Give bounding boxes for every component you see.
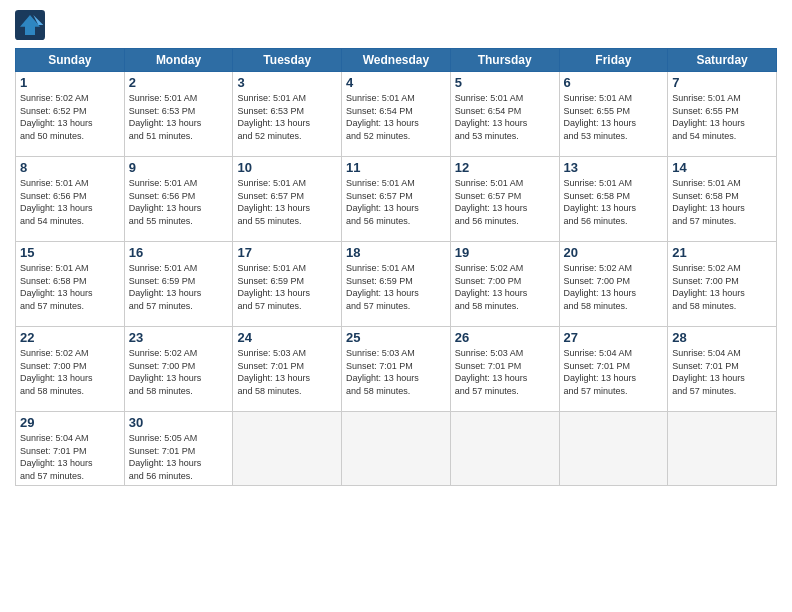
table-cell: 4Sunrise: 5:01 AM Sunset: 6:54 PM Daylig…: [342, 72, 451, 157]
page-container: Sunday Monday Tuesday Wednesday Thursday…: [0, 0, 792, 612]
logo-icon: [15, 10, 45, 40]
table-cell: 23Sunrise: 5:02 AM Sunset: 7:00 PM Dayli…: [124, 327, 233, 412]
table-cell: 10Sunrise: 5:01 AM Sunset: 6:57 PM Dayli…: [233, 157, 342, 242]
day-number: 23: [129, 330, 229, 345]
table-cell: [342, 412, 451, 486]
table-cell: 25Sunrise: 5:03 AM Sunset: 7:01 PM Dayli…: [342, 327, 451, 412]
table-cell: 15Sunrise: 5:01 AM Sunset: 6:58 PM Dayli…: [16, 242, 125, 327]
table-cell: 22Sunrise: 5:02 AM Sunset: 7:00 PM Dayli…: [16, 327, 125, 412]
table-cell: 1Sunrise: 5:02 AM Sunset: 6:52 PM Daylig…: [16, 72, 125, 157]
table-cell: [450, 412, 559, 486]
table-cell: 2Sunrise: 5:01 AM Sunset: 6:53 PM Daylig…: [124, 72, 233, 157]
day-info: Sunrise: 5:01 AM Sunset: 6:55 PM Dayligh…: [564, 92, 664, 142]
table-cell: 29Sunrise: 5:04 AM Sunset: 7:01 PM Dayli…: [16, 412, 125, 486]
day-info: Sunrise: 5:03 AM Sunset: 7:01 PM Dayligh…: [346, 347, 446, 397]
day-number: 26: [455, 330, 555, 345]
day-info: Sunrise: 5:02 AM Sunset: 7:00 PM Dayligh…: [672, 262, 772, 312]
day-number: 27: [564, 330, 664, 345]
col-sunday: Sunday: [16, 49, 125, 72]
day-info: Sunrise: 5:02 AM Sunset: 6:52 PM Dayligh…: [20, 92, 120, 142]
day-info: Sunrise: 5:04 AM Sunset: 7:01 PM Dayligh…: [564, 347, 664, 397]
day-info: Sunrise: 5:01 AM Sunset: 6:59 PM Dayligh…: [129, 262, 229, 312]
table-cell: 8Sunrise: 5:01 AM Sunset: 6:56 PM Daylig…: [16, 157, 125, 242]
day-info: Sunrise: 5:02 AM Sunset: 7:00 PM Dayligh…: [129, 347, 229, 397]
table-cell: 17Sunrise: 5:01 AM Sunset: 6:59 PM Dayli…: [233, 242, 342, 327]
table-cell: 6Sunrise: 5:01 AM Sunset: 6:55 PM Daylig…: [559, 72, 668, 157]
day-number: 10: [237, 160, 337, 175]
logo: [15, 10, 49, 40]
day-number: 12: [455, 160, 555, 175]
table-cell: [559, 412, 668, 486]
table-cell: 5Sunrise: 5:01 AM Sunset: 6:54 PM Daylig…: [450, 72, 559, 157]
day-number: 8: [20, 160, 120, 175]
table-cell: 26Sunrise: 5:03 AM Sunset: 7:01 PM Dayli…: [450, 327, 559, 412]
day-info: Sunrise: 5:02 AM Sunset: 7:00 PM Dayligh…: [564, 262, 664, 312]
table-cell: 7Sunrise: 5:01 AM Sunset: 6:55 PM Daylig…: [668, 72, 777, 157]
day-info: Sunrise: 5:01 AM Sunset: 6:59 PM Dayligh…: [346, 262, 446, 312]
day-number: 9: [129, 160, 229, 175]
table-cell: 28Sunrise: 5:04 AM Sunset: 7:01 PM Dayli…: [668, 327, 777, 412]
col-tuesday: Tuesday: [233, 49, 342, 72]
table-cell: [233, 412, 342, 486]
day-number: 11: [346, 160, 446, 175]
day-number: 17: [237, 245, 337, 260]
table-cell: 20Sunrise: 5:02 AM Sunset: 7:00 PM Dayli…: [559, 242, 668, 327]
day-number: 19: [455, 245, 555, 260]
day-info: Sunrise: 5:01 AM Sunset: 6:57 PM Dayligh…: [455, 177, 555, 227]
day-number: 22: [20, 330, 120, 345]
table-cell: 16Sunrise: 5:01 AM Sunset: 6:59 PM Dayli…: [124, 242, 233, 327]
day-info: Sunrise: 5:01 AM Sunset: 6:59 PM Dayligh…: [237, 262, 337, 312]
day-number: 1: [20, 75, 120, 90]
day-info: Sunrise: 5:04 AM Sunset: 7:01 PM Dayligh…: [20, 432, 120, 482]
day-info: Sunrise: 5:01 AM Sunset: 6:58 PM Dayligh…: [20, 262, 120, 312]
table-cell: 18Sunrise: 5:01 AM Sunset: 6:59 PM Dayli…: [342, 242, 451, 327]
day-info: Sunrise: 5:01 AM Sunset: 6:58 PM Dayligh…: [564, 177, 664, 227]
day-number: 20: [564, 245, 664, 260]
table-cell: [668, 412, 777, 486]
day-number: 6: [564, 75, 664, 90]
day-number: 24: [237, 330, 337, 345]
calendar-header-row: Sunday Monday Tuesday Wednesday Thursday…: [16, 49, 777, 72]
day-number: 16: [129, 245, 229, 260]
day-number: 21: [672, 245, 772, 260]
day-info: Sunrise: 5:01 AM Sunset: 6:53 PM Dayligh…: [129, 92, 229, 142]
col-thursday: Thursday: [450, 49, 559, 72]
day-info: Sunrise: 5:01 AM Sunset: 6:54 PM Dayligh…: [346, 92, 446, 142]
day-info: Sunrise: 5:01 AM Sunset: 6:58 PM Dayligh…: [672, 177, 772, 227]
table-cell: 13Sunrise: 5:01 AM Sunset: 6:58 PM Dayli…: [559, 157, 668, 242]
day-info: Sunrise: 5:01 AM Sunset: 6:55 PM Dayligh…: [672, 92, 772, 142]
table-cell: 24Sunrise: 5:03 AM Sunset: 7:01 PM Dayli…: [233, 327, 342, 412]
day-info: Sunrise: 5:01 AM Sunset: 6:56 PM Dayligh…: [129, 177, 229, 227]
day-number: 14: [672, 160, 772, 175]
table-cell: 27Sunrise: 5:04 AM Sunset: 7:01 PM Dayli…: [559, 327, 668, 412]
table-cell: 12Sunrise: 5:01 AM Sunset: 6:57 PM Dayli…: [450, 157, 559, 242]
table-cell: 3Sunrise: 5:01 AM Sunset: 6:53 PM Daylig…: [233, 72, 342, 157]
table-cell: 19Sunrise: 5:02 AM Sunset: 7:00 PM Dayli…: [450, 242, 559, 327]
day-number: 25: [346, 330, 446, 345]
calendar-table: Sunday Monday Tuesday Wednesday Thursday…: [15, 48, 777, 486]
day-number: 5: [455, 75, 555, 90]
col-friday: Friday: [559, 49, 668, 72]
day-number: 3: [237, 75, 337, 90]
day-number: 4: [346, 75, 446, 90]
day-info: Sunrise: 5:02 AM Sunset: 7:00 PM Dayligh…: [455, 262, 555, 312]
day-number: 29: [20, 415, 120, 430]
day-number: 13: [564, 160, 664, 175]
table-cell: 30Sunrise: 5:05 AM Sunset: 7:01 PM Dayli…: [124, 412, 233, 486]
header: [15, 10, 777, 40]
day-info: Sunrise: 5:01 AM Sunset: 6:56 PM Dayligh…: [20, 177, 120, 227]
day-number: 28: [672, 330, 772, 345]
day-number: 2: [129, 75, 229, 90]
table-cell: 14Sunrise: 5:01 AM Sunset: 6:58 PM Dayli…: [668, 157, 777, 242]
day-info: Sunrise: 5:03 AM Sunset: 7:01 PM Dayligh…: [237, 347, 337, 397]
day-number: 30: [129, 415, 229, 430]
table-cell: 11Sunrise: 5:01 AM Sunset: 6:57 PM Dayli…: [342, 157, 451, 242]
day-info: Sunrise: 5:02 AM Sunset: 7:00 PM Dayligh…: [20, 347, 120, 397]
col-monday: Monday: [124, 49, 233, 72]
day-number: 18: [346, 245, 446, 260]
table-cell: 21Sunrise: 5:02 AM Sunset: 7:00 PM Dayli…: [668, 242, 777, 327]
col-saturday: Saturday: [668, 49, 777, 72]
day-info: Sunrise: 5:05 AM Sunset: 7:01 PM Dayligh…: [129, 432, 229, 482]
day-number: 7: [672, 75, 772, 90]
col-wednesday: Wednesday: [342, 49, 451, 72]
